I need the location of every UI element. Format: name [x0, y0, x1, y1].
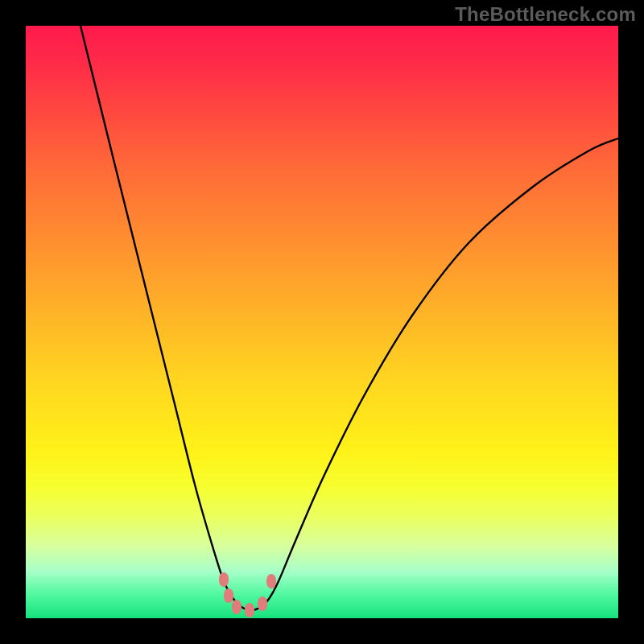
curve-marker: [219, 572, 229, 587]
curve-layer: [26, 26, 618, 618]
curve-marker: [266, 574, 276, 588]
curve-marker: [232, 600, 242, 614]
curve-marker: [245, 603, 254, 617]
chart-frame: TheBottleneck.com: [0, 0, 644, 644]
curve-marker: [224, 588, 233, 603]
curve-markers: [219, 572, 276, 617]
curve-marker: [258, 597, 267, 611]
watermark-text: TheBottleneck.com: [455, 3, 636, 26]
bottleneck-curve: [80, 26, 618, 610]
plot-area: [26, 26, 618, 618]
